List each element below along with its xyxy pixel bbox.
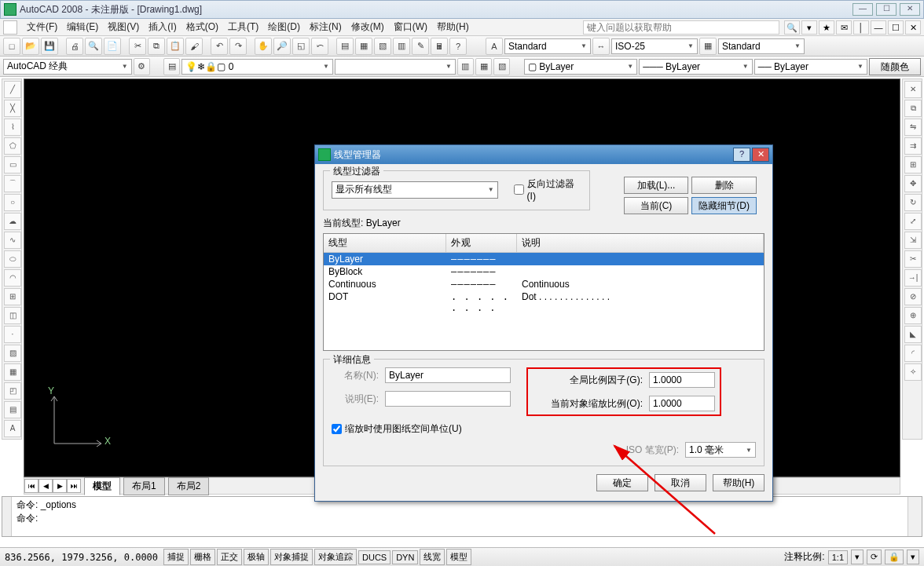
list-item[interactable]: Continuous ——————— Continuous — [324, 278, 764, 290]
linetype-dropdown[interactable]: ─── ByLayer▼ — [639, 59, 752, 75]
layer-dropdown[interactable]: 💡❄🔒▢ 0▼ — [182, 59, 332, 75]
menu-tools[interactable]: 工具(T) — [223, 19, 263, 35]
save-icon[interactable]: 💾 — [41, 38, 58, 55]
search-dd-icon[interactable]: ▾ — [801, 20, 817, 35]
help-button[interactable]: 帮助(H) — [713, 474, 764, 491]
iso-pen-dropdown[interactable]: 1.0 毫米▼ — [685, 442, 756, 458]
help-icon[interactable]: ? — [449, 38, 467, 55]
color-dropdown[interactable]: ▢ ByLayer▼ — [524, 59, 637, 75]
cmd-scrollbar[interactable] — [908, 497, 922, 536]
explode-icon[interactable]: ✧ — [904, 363, 922, 381]
mtext-icon[interactable]: A — [4, 420, 21, 437]
cancel-button[interactable]: 取消 — [654, 474, 706, 491]
command-text[interactable]: 命令: _options 命令: — [12, 497, 908, 536]
header-appearance[interactable]: 外观 — [446, 234, 517, 252]
new-icon[interactable]: □ — [3, 38, 20, 55]
menu-edit[interactable]: 编辑(E) — [62, 19, 103, 35]
layer-filter-dropdown[interactable]: ▼ — [335, 59, 456, 75]
scale-icon[interactable]: ⤢ — [904, 213, 922, 230]
anno-auto-icon[interactable]: ⟳ — [867, 550, 882, 564]
ellarc-icon[interactable]: ◠ — [4, 269, 21, 287]
command-line[interactable]: 命令: _options 命令: — [2, 496, 922, 537]
offset-icon[interactable]: ⇉ — [904, 137, 922, 155]
dyn-toggle[interactable]: DYN — [392, 550, 418, 564]
hatch-icon[interactable]: ▨ — [4, 345, 21, 362]
redo-icon[interactable]: ↷ — [229, 38, 247, 55]
cut-icon[interactable]: ✂ — [129, 38, 146, 55]
point-icon[interactable]: · — [4, 326, 21, 343]
join-icon[interactable]: ⊕ — [904, 307, 922, 324]
fillet-icon[interactable]: ◜ — [904, 345, 922, 362]
pan-icon[interactable]: ✋ — [255, 38, 272, 55]
doc-close-button[interactable]: ✕ — [905, 20, 921, 35]
plot-icon[interactable]: 🖨 — [66, 38, 83, 55]
filter-select[interactable]: 显示所有线型▼ — [332, 181, 498, 199]
invert-filter-checkbox[interactable]: 反向过滤器(I) — [514, 177, 581, 202]
dc-icon[interactable]: ▦ — [355, 38, 372, 55]
favorite-icon[interactable]: ★ — [819, 20, 834, 35]
tab-first-icon[interactable]: ⏮ — [24, 479, 38, 493]
dialog-title-bar[interactable]: 线型管理器 ? ✕ — [315, 145, 772, 164]
tab-model[interactable]: 模型 — [84, 477, 120, 495]
props-icon[interactable]: ▤ — [336, 38, 354, 55]
menu-modify[interactable]: 修改(M) — [346, 19, 389, 35]
polar-toggle[interactable]: 极轴 — [244, 549, 269, 565]
spline-icon[interactable]: ∿ — [4, 232, 21, 249]
table-style-dropdown[interactable]: Standard▼ — [718, 38, 805, 54]
bycolor-button[interactable]: 随颜色 — [869, 58, 921, 75]
ellipse-icon[interactable]: ⬭ — [4, 250, 21, 268]
model-toggle[interactable]: 模型 — [446, 549, 471, 565]
otrack-toggle[interactable]: 对象追踪 — [314, 549, 357, 565]
zoom-rt-icon[interactable]: 🔎 — [273, 38, 291, 55]
ls-icon[interactable]: ▦ — [475, 58, 492, 75]
ducs-toggle[interactable]: DUCS — [358, 550, 390, 564]
copy-icon[interactable]: ⧉ — [148, 38, 165, 55]
rect-icon[interactable]: ▭ — [4, 156, 21, 173]
header-desc[interactable]: 说明 — [517, 234, 764, 252]
comm-icon[interactable]: ✉ — [836, 20, 852, 35]
arc-icon[interactable]: ⌒ — [4, 175, 21, 192]
pline-icon[interactable]: ⌇ — [4, 119, 21, 136]
lp-icon[interactable]: ▥ — [457, 58, 474, 75]
tab-layout1[interactable]: 布局1 — [123, 477, 165, 495]
help-search-input[interactable] — [583, 20, 779, 35]
minimize-button[interactable]: — — [852, 3, 873, 16]
gradient-icon[interactable]: ▦ — [4, 363, 21, 381]
lock-icon[interactable]: 🔒 — [885, 550, 904, 564]
hide-details-button[interactable]: 隐藏细节(D) — [691, 197, 757, 214]
dialog-close-icon[interactable]: ✕ — [752, 148, 769, 162]
paste-icon[interactable]: 📋 — [167, 38, 184, 55]
table-icon[interactable]: ▤ — [4, 401, 21, 418]
chamfer-icon[interactable]: ◣ — [904, 326, 922, 343]
list-item[interactable]: ByBlock ——————— — [324, 265, 764, 278]
list-item[interactable]: ByLayer ——————— — [324, 253, 764, 265]
textstyle-icon[interactable]: A — [486, 38, 503, 55]
menu-format[interactable]: 格式(O) — [182, 19, 223, 35]
tablestyle-icon[interactable]: ▦ — [699, 38, 717, 55]
menu-view[interactable]: 视图(V) — [103, 19, 144, 35]
current-button[interactable]: 当前(C) — [624, 197, 689, 214]
menu-draw[interactable]: 绘图(D) — [263, 19, 305, 35]
zoom-prev-icon[interactable]: ⤺ — [311, 38, 328, 55]
dimstyle-icon[interactable]: ↔ — [592, 38, 610, 55]
menu-window[interactable]: 窗口(W) — [389, 19, 432, 35]
osnap-toggle[interactable]: 对象捕捉 — [270, 549, 313, 565]
erase-icon[interactable]: ✕ — [904, 81, 922, 98]
region-icon[interactable]: ◰ — [4, 382, 21, 400]
dim-style-dropdown[interactable]: ISO-25▼ — [611, 38, 698, 54]
insert-icon[interactable]: ⊞ — [4, 288, 21, 305]
move-icon[interactable]: ✥ — [904, 175, 922, 192]
match-icon[interactable]: 🖌 — [185, 38, 203, 55]
linetype-list[interactable]: 线型 外观 说明 ByLayer ——————— ByBlock ———————… — [323, 233, 764, 351]
preview-icon[interactable]: 🔍 — [85, 38, 102, 55]
cmd-handle[interactable] — [2, 497, 12, 536]
status-tray-icon[interactable]: ▾ — [907, 550, 919, 564]
workspace-settings-icon[interactable]: ⚙ — [134, 58, 150, 75]
load-button[interactable]: 加载(L)... — [624, 177, 689, 194]
zoom-win-icon[interactable]: ◱ — [292, 38, 310, 55]
lo-icon[interactable]: ▧ — [493, 58, 510, 75]
ortho-toggle[interactable]: 正交 — [217, 549, 242, 565]
sheet-icon[interactable]: ▥ — [393, 38, 410, 55]
markup-icon[interactable]: ✎ — [412, 38, 429, 55]
global-scale-field[interactable] — [649, 372, 715, 388]
